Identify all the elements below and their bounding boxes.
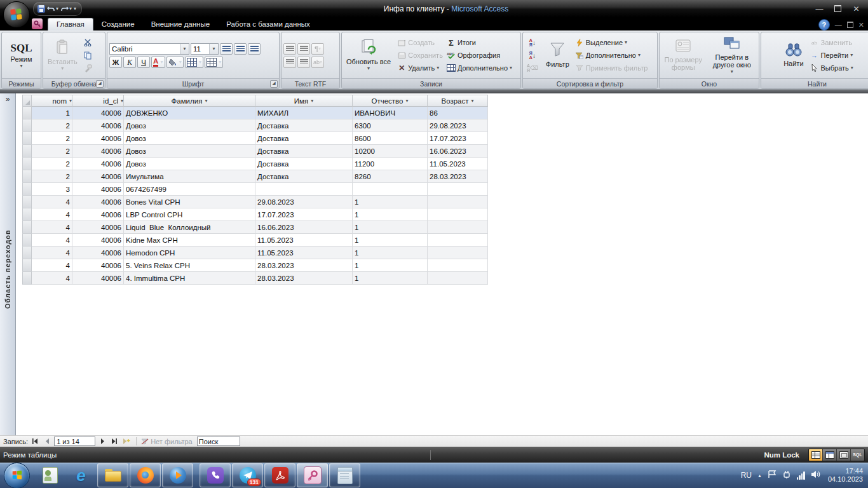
table-cell[interactable]: 0674267499 xyxy=(124,183,255,196)
table-cell[interactable]: LBP Control CPH xyxy=(124,208,255,221)
close-button[interactable]: ✕ xyxy=(847,3,865,15)
datasheet-view-button[interactable] xyxy=(809,449,823,461)
bulleted-list-button[interactable] xyxy=(297,57,310,68)
select-all-corner[interactable] xyxy=(22,95,32,107)
table-cell[interactable]: 40006 xyxy=(72,208,124,221)
table-cell[interactable]: 4 xyxy=(32,234,72,247)
column-dropdown-icon[interactable]: ▾ xyxy=(69,98,72,104)
taskbar-telegram-button[interactable]: 131 xyxy=(232,463,263,487)
save-button[interactable] xyxy=(37,5,45,13)
table-cell[interactable]: 40006 xyxy=(72,247,124,259)
copy-button[interactable] xyxy=(82,50,95,61)
row-selector[interactable] xyxy=(22,158,32,170)
font-name-combo[interactable]: Calibri▾ xyxy=(109,43,189,55)
font-size-combo[interactable]: 11▾ xyxy=(191,43,219,55)
clock[interactable]: 17:44 04.10.2023 xyxy=(828,467,863,484)
taskbar-mediaplayer-button[interactable] xyxy=(162,463,193,487)
paste-button[interactable]: Вставить ▾ xyxy=(45,39,80,71)
table-cell[interactable]: 2 xyxy=(32,119,72,132)
row-selector[interactable] xyxy=(22,221,32,234)
child-close-button[interactable]: ✕ xyxy=(858,21,864,29)
redo-button[interactable]: ▾ xyxy=(60,5,72,12)
table-cell[interactable]: 1 xyxy=(353,247,428,259)
table-cell[interactable]: 1 xyxy=(353,221,428,234)
taskbar-firefox-button[interactable] xyxy=(130,463,161,487)
restore-button[interactable] xyxy=(829,3,847,15)
column-dropdown-icon[interactable]: ▾ xyxy=(121,98,123,104)
customize-qat-button[interactable]: ▾ xyxy=(74,6,76,11)
font-color-button[interactable]: A ▾ xyxy=(151,57,165,68)
table-cell[interactable] xyxy=(353,183,428,196)
row-selector[interactable] xyxy=(22,132,32,145)
table-cell[interactable]: ИВАНОВИЧ xyxy=(353,107,428,119)
table-cell[interactable]: Доставка xyxy=(255,119,353,132)
table-cell[interactable]: Довоз xyxy=(124,158,255,170)
child-minimize-button[interactable]: — xyxy=(835,21,842,29)
row-selector[interactable] xyxy=(22,208,32,221)
table-cell[interactable] xyxy=(428,247,488,259)
table-cell[interactable]: 1 xyxy=(353,272,428,285)
tab-glavnaya[interactable]: Главная xyxy=(48,18,93,30)
column-dropdown-icon[interactable]: ▾ xyxy=(311,98,313,104)
table-cell[interactable]: МИХАИЛ xyxy=(255,107,353,119)
view-button[interactable]: SQL Режим ▾ xyxy=(8,41,34,69)
table-cell[interactable]: 4. Immultima CPH xyxy=(124,272,255,285)
align-left-button[interactable] xyxy=(220,43,233,55)
table-cell[interactable]: 1 xyxy=(353,259,428,272)
switch-windows-button[interactable]: Перейти в другое окно ▾ xyxy=(707,36,757,75)
table-cell[interactable]: 4 xyxy=(32,259,72,272)
new-record-button[interactable] xyxy=(121,437,132,445)
column-header-id-cl[interactable]: id_cl▾ xyxy=(72,95,124,107)
table-cell[interactable] xyxy=(428,221,488,234)
table-cell[interactable]: 11.05.2023 xyxy=(255,234,353,247)
cut-button[interactable] xyxy=(82,37,95,48)
records-more-button[interactable]: Дополнительно▾ xyxy=(447,62,512,74)
table-cell[interactable]: 28.03.2023 xyxy=(428,170,488,183)
no-filter-button[interactable]: Нет фильтра xyxy=(141,438,193,445)
table-cell[interactable]: ДОВЖЕНКО xyxy=(124,107,255,119)
taskbar-notepad-button[interactable] xyxy=(329,463,360,487)
table-cell[interactable]: 40006 xyxy=(72,107,124,119)
table-cell[interactable]: 1 xyxy=(353,208,428,221)
table-cell[interactable]: 40006 xyxy=(72,119,124,132)
row-selector[interactable] xyxy=(22,119,32,132)
network-icon[interactable] xyxy=(797,471,805,480)
row-selector[interactable] xyxy=(22,259,32,272)
table-cell[interactable]: 40006 xyxy=(72,183,124,196)
table-cell[interactable]: 40006 xyxy=(72,158,124,170)
table-cell[interactable]: 29.08.2023 xyxy=(255,196,353,208)
fill-color-button[interactable]: ▾ xyxy=(166,57,184,68)
table-cell[interactable] xyxy=(255,183,353,196)
table-cell[interactable]: Довоз xyxy=(124,132,255,145)
office-button[interactable] xyxy=(3,1,30,28)
table-cell[interactable] xyxy=(428,234,488,247)
table-cell[interactable] xyxy=(428,208,488,221)
table-cell[interactable]: 11.05.2023 xyxy=(255,247,353,259)
increase-indent-button[interactable] xyxy=(297,43,310,55)
format-painter-button[interactable] xyxy=(82,62,95,74)
column-dropdown-icon[interactable]: ▾ xyxy=(405,98,408,104)
last-record-button[interactable] xyxy=(109,437,119,445)
clear-sort-button[interactable]: АЯ⌫ xyxy=(525,62,540,74)
table-cell[interactable] xyxy=(428,272,488,285)
search-input[interactable] xyxy=(197,437,240,446)
table-cell[interactable]: 1 xyxy=(353,196,428,208)
table-cell[interactable]: Довоз xyxy=(124,145,255,158)
table-cell[interactable]: Доставка xyxy=(255,145,353,158)
navigation-pane-collapsed[interactable]: » Область переходов xyxy=(0,93,16,435)
decrease-indent-button[interactable] xyxy=(283,43,296,55)
start-button[interactable] xyxy=(4,463,30,488)
record-position[interactable]: 1 из 14 xyxy=(54,437,95,446)
table-cell[interactable] xyxy=(428,183,488,196)
table-cell[interactable]: 28.03.2023 xyxy=(255,272,353,285)
italic-button[interactable]: К xyxy=(123,57,136,68)
align-right-button[interactable] xyxy=(248,43,261,55)
table-cell[interactable]: 5. Veins Relax CPH xyxy=(124,259,255,272)
table-cell[interactable]: 40006 xyxy=(72,145,124,158)
table-cell[interactable]: Доставка xyxy=(255,158,353,170)
save-record-button[interactable]: Сохранить xyxy=(397,50,443,61)
layout-view-button[interactable] xyxy=(837,449,851,461)
table-cell[interactable]: 2 xyxy=(32,145,72,158)
first-record-button[interactable] xyxy=(30,437,40,445)
table-cell[interactable]: 40006 xyxy=(72,170,124,183)
